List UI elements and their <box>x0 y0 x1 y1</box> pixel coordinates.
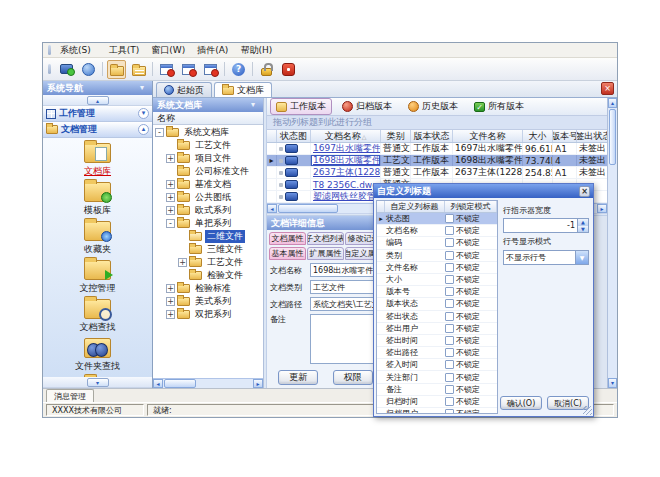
column-header[interactable]: 版本状态 <box>411 130 453 142</box>
version-tab[interactable]: 工作版本 <box>270 98 332 115</box>
expand-toggle-icon[interactable] <box>166 193 175 202</box>
document-tab[interactable]: 起始页 <box>156 82 212 97</box>
chevron-down-icon[interactable] <box>575 251 588 264</box>
lock-checkbox[interactable] <box>445 287 454 296</box>
expand-toggle-icon[interactable] <box>166 310 175 319</box>
scrollbar-thumb[interactable] <box>278 204 338 213</box>
sidebar-panel-work[interactable]: 工作管理 <box>43 106 152 122</box>
scroll-right-button[interactable] <box>597 204 607 213</box>
expand-toggle-icon[interactable] <box>166 297 175 306</box>
grid-row[interactable]: 状态图 不锁定 <box>377 213 497 225</box>
scroll-left-button[interactable] <box>153 379 163 388</box>
document-tab[interactable]: 文档库 <box>214 82 272 97</box>
scroll-up-button[interactable] <box>608 98 617 108</box>
field-input[interactable]: 工艺文件 <box>310 280 381 294</box>
window-badge-icon-3[interactable] <box>201 60 220 79</box>
globe-icon[interactable] <box>79 60 98 79</box>
tree-item[interactable]: 欧式系列 <box>153 204 263 217</box>
lock-checkbox[interactable] <box>445 251 454 260</box>
lock-checkbox[interactable] <box>445 275 454 284</box>
lock-checkbox[interactable] <box>445 214 454 223</box>
grid-col1-header[interactable]: 自定义列标题 <box>385 201 445 212</box>
expand-toggle-icon[interactable] <box>155 128 164 137</box>
grid-row[interactable]: 关注部门 不锁定 <box>377 371 497 383</box>
tree-item[interactable]: 美式系列 <box>153 295 263 308</box>
row-indicator-width-spinner[interactable]: -1 <box>503 218 589 233</box>
sidebar-panel-docs[interactable]: 文档管理 <box>43 122 152 138</box>
scrollbar-thumb[interactable] <box>164 379 196 388</box>
lock-checkbox[interactable] <box>445 397 454 406</box>
sidebar-item[interactable]: 文档库 <box>43 143 152 178</box>
expand-toggle-icon[interactable] <box>178 258 187 267</box>
sidebar-item[interactable]: 收藏夹 <box>43 221 152 256</box>
tree-item[interactable]: 三维文件 <box>153 243 263 256</box>
grid-row[interactable]: 归档用户 不锁定 <box>377 408 497 414</box>
lock-checkbox[interactable] <box>445 299 454 308</box>
sidebar-item[interactable]: 文件夹查找 <box>43 338 152 373</box>
row-number-mode-dropdown[interactable]: 不显示行号 <box>503 250 589 265</box>
dialog-title-bar[interactable]: 自定义列标题 <box>374 184 593 198</box>
menu-item[interactable]: 工具(T) <box>103 43 146 58</box>
column-header[interactable]: 类别 <box>381 130 411 142</box>
grid-row[interactable]: 签出路径 不锁定 <box>377 347 497 359</box>
grid-row[interactable]: 签出用户 不锁定 <box>377 323 497 335</box>
lock-checkbox[interactable] <box>445 409 454 414</box>
scrollbar-thumb[interactable] <box>609 109 616 165</box>
lock-checkbox[interactable] <box>445 263 454 272</box>
detail-tab[interactable]: 文档属性 <box>269 232 306 245</box>
detail-tab[interactable]: 子文档列表 <box>307 232 344 245</box>
window-badge-icon-1[interactable] <box>157 60 176 79</box>
expand-toggle-icon[interactable] <box>166 180 175 189</box>
lock-checkbox[interactable] <box>445 385 454 394</box>
tree-item[interactable]: 工艺文件 <box>153 256 263 269</box>
pin-icon[interactable] <box>136 83 148 93</box>
tree-item[interactable]: 二维文件 <box>153 230 263 243</box>
menu-item[interactable]: 帮助(H) <box>234 43 278 58</box>
table-row[interactable]: 1698出水嘴零件图.dwg 工艺文件 工作版本 1698出水嘴零件图.dwg … <box>267 155 607 167</box>
system-monitor-icon[interactable] <box>57 60 76 79</box>
menu-item[interactable]: 系统(S) <box>54 43 97 58</box>
version-tab[interactable]: 所有版本 <box>468 98 530 115</box>
version-tab[interactable]: 历史版本 <box>402 98 464 115</box>
tree-item[interactable]: 单把系列 <box>153 217 263 230</box>
expand-toggle-icon[interactable] <box>166 154 175 163</box>
ok-button[interactable]: 确认(O) <box>500 396 542 410</box>
menu-item[interactable]: 窗口(W) <box>145 43 191 58</box>
tree-column-header[interactable]: 名称 <box>153 112 263 125</box>
folder-view-icon[interactable] <box>129 60 148 79</box>
scroll-up-button[interactable] <box>87 96 109 105</box>
lock-icon[interactable] <box>257 60 276 79</box>
grid-row[interactable]: 文件名称 不锁定 <box>377 262 497 274</box>
grid-row[interactable]: 版本号 不锁定 <box>377 286 497 298</box>
tree-item[interactable]: 双把系列 <box>153 308 263 321</box>
lock-checkbox[interactable] <box>445 373 454 382</box>
sidebar-item[interactable]: 文控管理 <box>43 260 152 295</box>
grid-col2-header[interactable]: 列锁定模式 <box>445 201 497 212</box>
memo-textarea[interactable] <box>310 314 381 364</box>
lock-checkbox[interactable] <box>445 324 454 333</box>
collapse-toggle-icon[interactable] <box>138 124 149 135</box>
resize-grip[interactable] <box>583 406 592 415</box>
grid-row[interactable]: 文档名称 不锁定 <box>377 225 497 237</box>
tree-horizontal-scrollbar[interactable] <box>153 378 263 388</box>
column-header[interactable]: 版本号 <box>553 130 577 142</box>
sidebar-item[interactable]: 文档查找 <box>43 299 152 334</box>
grid-row[interactable]: 签出时间 不锁定 <box>377 335 497 347</box>
doc-name-cell[interactable]: 1697出水嘴零件图.dwg <box>311 143 381 154</box>
dialog-close-icon[interactable] <box>579 186 590 197</box>
tree-item[interactable]: 公共图纸 <box>153 191 263 204</box>
grid-row[interactable]: 类别 不锁定 <box>377 250 497 262</box>
column-header[interactable]: 文件名称 <box>453 130 523 142</box>
stop-icon[interactable] <box>279 60 298 79</box>
column-header[interactable]: 签出状态 <box>577 130 607 142</box>
version-tab[interactable]: 归档版本 <box>336 98 398 115</box>
tree-item[interactable]: 基准文档 <box>153 178 263 191</box>
detail-subtab[interactable]: 扩展属性 <box>307 247 344 260</box>
grid-row[interactable]: 版本状态 不锁定 <box>377 298 497 310</box>
detail-subtab[interactable]: 基本属性 <box>269 247 306 260</box>
spinner-value[interactable]: -1 <box>504 219 577 232</box>
grid-row[interactable]: 签入时间 不锁定 <box>377 359 497 371</box>
permission-button[interactable]: 权限 <box>333 370 373 385</box>
tree-item[interactable]: 检验文件 <box>153 269 263 282</box>
scroll-right-button[interactable] <box>253 379 263 388</box>
